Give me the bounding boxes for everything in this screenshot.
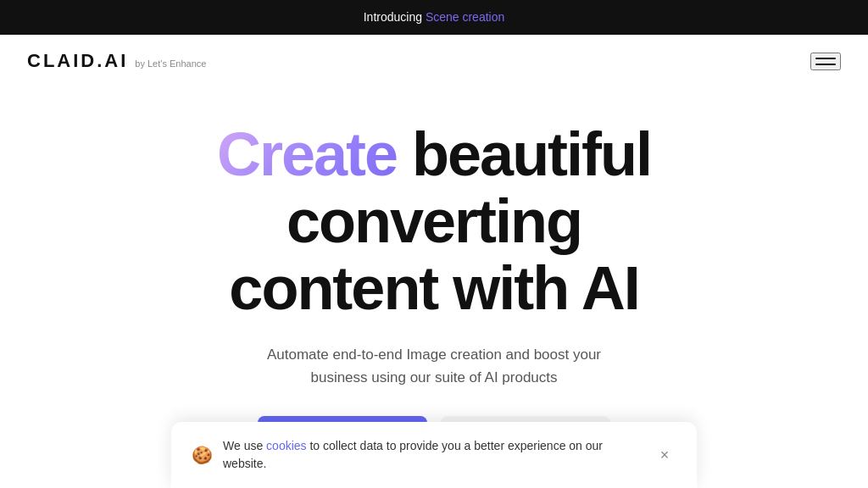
announcement-highlight[interactable]: Scene creation xyxy=(426,10,504,24)
logo-area: CLAID.AI by Let's Enhance xyxy=(27,50,206,72)
logo[interactable]: CLAID.AI xyxy=(27,50,128,72)
announcement-bar: Introducing Scene creation xyxy=(0,0,868,35)
cookie-banner: 🍪 We use cookies to collect data to prov… xyxy=(171,422,697,488)
cookie-text: We use cookies to collect data to provid… xyxy=(223,437,643,473)
hero-subtitle: Automate end-to-end Image creation and b… xyxy=(256,343,612,389)
navbar: CLAID.AI by Let's Enhance xyxy=(0,35,868,87)
hamburger-button[interactable] xyxy=(810,53,841,70)
hero-title: Create beautifulconvertingcontent with A… xyxy=(17,121,851,323)
logo-subtitle: by Let's Enhance xyxy=(135,58,206,69)
hamburger-bar-2 xyxy=(815,64,836,65)
hero-title-create: Create xyxy=(217,120,397,188)
announcement-prefix: Introducing xyxy=(364,10,426,24)
cookie-icon: 🍪 xyxy=(192,445,213,465)
hamburger-bar-1 xyxy=(815,58,836,59)
cookie-text-before: We use xyxy=(223,439,266,452)
cookie-close-button[interactable]: × xyxy=(653,443,676,467)
cookie-link[interactable]: cookies xyxy=(266,439,306,452)
